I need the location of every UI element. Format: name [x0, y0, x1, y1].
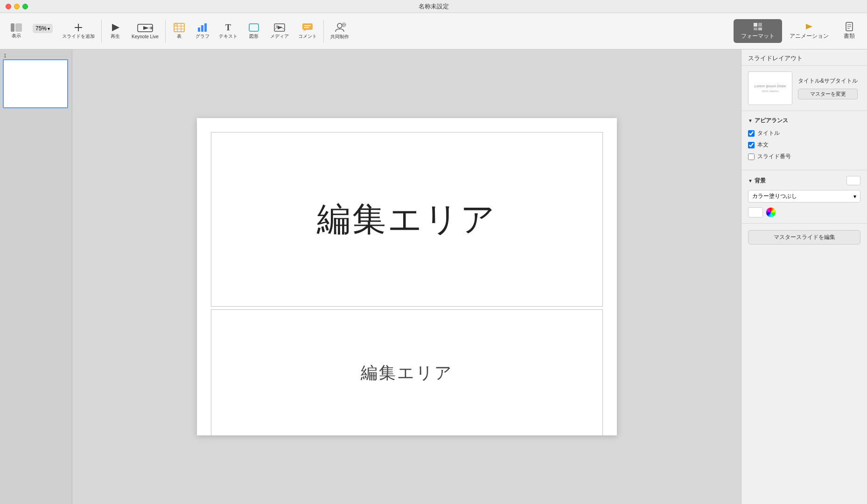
slide-subtitle-area[interactable]: 編集エリア: [211, 309, 603, 436]
titlebar: 名称未設定: [0, 0, 867, 13]
title-checkbox-label: タイトル: [757, 129, 780, 137]
slide-title-area[interactable]: 編集エリア: [211, 132, 603, 307]
add-slide-icon: [73, 23, 84, 32]
slide-subtitle-text[interactable]: 編集エリア: [361, 362, 453, 385]
text-icon: T: [223, 23, 233, 32]
divider-2: [165, 20, 166, 43]
canvas-area[interactable]: 編集エリア 編集エリア: [72, 49, 741, 504]
table-label: 表: [177, 33, 182, 40]
right-panel-header: スライドレイアウト: [741, 49, 867, 66]
text-label: テキスト: [219, 33, 238, 40]
slide-title-text[interactable]: 編集エリア: [317, 197, 497, 242]
comment-icon: [302, 23, 313, 32]
maximize-button[interactable]: [22, 4, 28, 9]
animate-icon: [804, 22, 814, 31]
svg-rect-15: [204, 23, 207, 32]
svg-marker-33: [806, 24, 812, 29]
shape-icon: [248, 23, 259, 32]
title-checkbox-row[interactable]: タイトル: [748, 129, 860, 137]
format-tab[interactable]: フォーマット: [734, 19, 782, 43]
master-change-button[interactable]: マスターを変更: [798, 89, 858, 99]
background-header: ▼ 背景: [748, 176, 860, 185]
slide-panel: 1: [0, 49, 72, 504]
comment-label: コメント: [298, 33, 317, 40]
color-wheel-row: [748, 207, 860, 217]
document-icon: [844, 22, 854, 31]
format-icon: [753, 22, 763, 31]
layout-preview-thumbnail: Lorem Ipsum Dolor Dolor adipisci: [748, 71, 792, 105]
add-slide-button[interactable]: スライドを追加: [57, 20, 99, 42]
shape-label: 図形: [249, 33, 259, 40]
fill-type-label: カラー塗りつぶし: [752, 192, 797, 200]
master-slide-edit-button[interactable]: マスタースライドを編集: [748, 230, 860, 245]
slide-number-checkbox-row[interactable]: スライド番号: [748, 153, 860, 161]
svg-marker-6: [143, 26, 149, 30]
background-section: ▼ 背景 カラー塗りつぶし ▾: [741, 170, 867, 224]
svg-marker-22: [303, 30, 307, 32]
title-checkbox[interactable]: [748, 130, 755, 137]
toolbar: 表示 75% ▾ スライドを追加 再生: [0, 13, 867, 49]
view-button[interactable]: 表示: [5, 21, 28, 42]
appearance-section: ▼ アピアランス タイトル 本文 スライド番号: [741, 111, 867, 170]
layout-preview-section: Lorem Ipsum Dolor Dolor adipisci タイトル&サブ…: [741, 66, 867, 111]
zoom-control[interactable]: 75% ▾: [33, 24, 53, 33]
comment-button[interactable]: コメント: [294, 20, 322, 42]
traffic-lights: [6, 4, 28, 9]
play-button[interactable]: 再生: [104, 20, 127, 42]
zoom-value: 75%: [35, 25, 47, 32]
svg-rect-21: [302, 23, 313, 30]
table-icon: [174, 23, 185, 32]
slide-canvas[interactable]: 編集エリア 編集エリア: [197, 118, 617, 435]
collaborate-button[interactable]: 共同制作: [326, 20, 354, 43]
svg-marker-4: [112, 24, 119, 31]
media-button[interactable]: メディア: [266, 20, 294, 42]
svg-rect-29: [754, 23, 757, 27]
layout-name: タイトル&サブタイトル: [798, 77, 858, 85]
dropdown-arrow: ▾: [853, 193, 856, 200]
toolbar-right: フォーマット アニメーション 書類: [734, 19, 862, 43]
background-color-swatch[interactable]: [846, 176, 860, 185]
svg-rect-32: [758, 28, 762, 30]
body-checkbox-label: 本文: [757, 141, 769, 149]
svg-point-20: [276, 25, 278, 27]
fill-type-dropdown[interactable]: カラー塗りつぶし ▾: [748, 190, 860, 203]
animate-tab[interactable]: アニメーション: [782, 19, 836, 43]
view-icon: [11, 23, 22, 32]
close-button[interactable]: [6, 4, 11, 9]
body-checkbox[interactable]: [748, 142, 755, 148]
slide-thumbnail[interactable]: [3, 59, 68, 108]
keynote-live-button[interactable]: Keynote Live: [127, 20, 163, 42]
play-label: 再生: [111, 33, 120, 40]
layout-preview-title-text: Lorem Ipsum Dolor: [754, 84, 786, 88]
svg-rect-14: [201, 25, 203, 32]
keynote-live-icon: [137, 23, 154, 33]
color-wheel-icon[interactable]: [766, 207, 776, 217]
window-title: 名称未設定: [419, 2, 449, 11]
document-label: 書類: [844, 32, 855, 40]
slide-number-checkbox[interactable]: [748, 154, 755, 160]
chart-button[interactable]: グラフ: [191, 20, 214, 42]
animate-label: アニメーション: [790, 32, 829, 40]
svg-rect-12: [174, 23, 177, 26]
table-button[interactable]: 表: [168, 20, 191, 42]
body-checkbox-row[interactable]: 本文: [748, 141, 860, 149]
keynote-live-label: Keynote Live: [132, 34, 159, 39]
main-area: 1 編集エリア 編集エリア スライドレイアウト Lorem Ipsum Dolo…: [0, 49, 867, 504]
play-icon: [110, 23, 120, 32]
svg-rect-31: [754, 28, 757, 30]
svg-point-25: [337, 23, 342, 28]
chart-label: グラフ: [196, 33, 210, 40]
svg-rect-30: [758, 23, 762, 27]
minimize-button[interactable]: [14, 4, 20, 9]
shape-button[interactable]: 図形: [242, 20, 266, 42]
background-triangle: ▼: [748, 178, 753, 183]
document-tab[interactable]: 書類: [836, 19, 862, 43]
zoom-button[interactable]: 75% ▾: [28, 21, 57, 41]
text-button[interactable]: T テキスト: [214, 20, 242, 42]
add-slide-label: スライドを追加: [62, 33, 95, 40]
slide-number-checkbox-label: スライド番号: [757, 153, 791, 161]
divider-1: [101, 20, 102, 43]
media-icon: [274, 23, 285, 32]
color-preview[interactable]: [748, 207, 763, 217]
slide-1-wrapper[interactable]: 1: [3, 53, 69, 108]
